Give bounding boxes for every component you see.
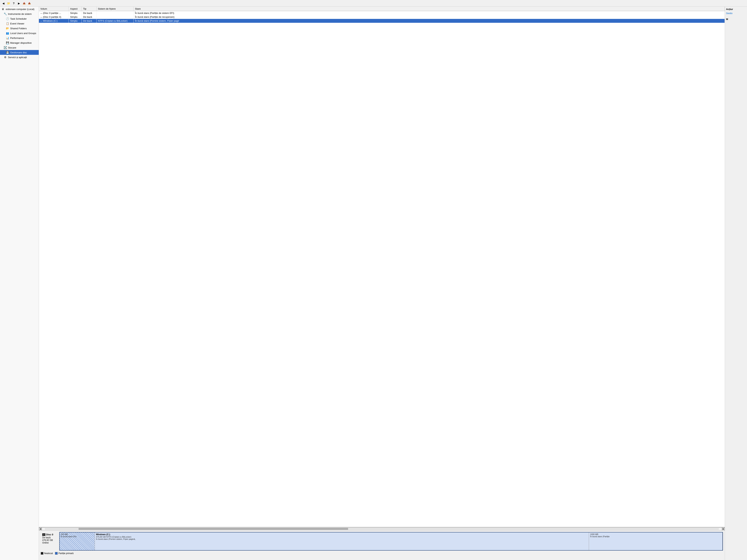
disk-visual-area: — Disc 0 De bază 476,92 GB Online 260 MB… xyxy=(39,530,725,560)
sidebar-label-shared-folders: Shared Folders xyxy=(10,27,27,30)
sidebar-item-services[interactable]: ⚙Servicii și aplicații xyxy=(0,55,39,60)
toolbar: ◀ 📁 ? ▶ 📤 📥 xyxy=(0,0,747,7)
disk-table-area: Volum Aspect Tip Sistem de fișiere Stare… xyxy=(39,7,725,527)
scroll-right-arrow[interactable]: ▶ xyxy=(722,527,725,530)
sidebar-item-local-users[interactable]: 👥Local Users and Groups xyxy=(0,31,39,35)
cell-sistem-2: NTFS (Criptat cu BitLocker) xyxy=(96,19,133,23)
actions-title: Acțiur xyxy=(726,8,746,10)
cell-volum-1: —(Disc 0 partiție 4) xyxy=(39,15,69,19)
disk-table: Volum Aspect Tip Sistem de fișiere Stare… xyxy=(39,7,725,23)
part-name-part-windows: Windows (C:) xyxy=(96,533,588,536)
sidebar-label-performance: Performance xyxy=(10,37,24,39)
disk-row-disc0: — Disc 0 De bază 476,92 GB Online 260 MB… xyxy=(41,532,723,551)
actions-panel: Acțiur Gestio M xyxy=(725,7,747,560)
sidebar-icon-shared-folders: 📂 xyxy=(5,26,9,30)
partition-part-efi[interactable]: 260 MB În bună stare (Pa xyxy=(60,532,95,550)
cell-sistem-1 xyxy=(96,15,133,19)
legend-primary-label: Partiție primară xyxy=(58,552,73,555)
col-sistem[interactable]: Sistem de fișiere xyxy=(96,7,133,11)
main-container: 🖥estionare computer (Local)🔧Instrumente … xyxy=(0,7,747,560)
sidebar-icon-performance: 📊 xyxy=(5,36,9,40)
disk-legend: Nealocat Partiție primară xyxy=(39,551,725,555)
disk-bar-disc0: 260 MB În bună stare (Pa Windows (C:) 47… xyxy=(59,532,723,551)
part-size-part-efi: 260 MB xyxy=(61,533,94,535)
cell-aspect-0: Simplu xyxy=(69,11,81,15)
legend-unallocated-box xyxy=(41,552,43,555)
horizontal-scrollbar[interactable]: ◀ ▶ xyxy=(39,527,725,530)
cell-volum-2: —Windows (C:) xyxy=(39,19,69,23)
part-status-part-efi: În bună stare (Pa xyxy=(61,535,94,538)
sidebar-item-task-scheduler[interactable]: 🕐Task Scheduler xyxy=(0,16,39,21)
table-row[interactable]: —(Disc 0 partiție ...SimpluDe bazăÎn bun… xyxy=(39,11,725,15)
sidebar-icon-computer: 🖥 xyxy=(1,7,5,11)
sidebar-label-event-viewer: Event Viewer xyxy=(10,22,24,25)
import-button[interactable]: 📥 xyxy=(27,1,31,5)
sidebar-label-stocare: Stocare xyxy=(8,46,16,49)
disk-label-disc0: — Disc 0 De bază 476,92 GB Online xyxy=(41,532,59,551)
export-button[interactable]: 📤 xyxy=(22,1,26,5)
sidebar-icon-gestionare-disc: 💾 xyxy=(5,51,9,54)
col-aspect[interactable]: Aspect xyxy=(69,7,81,11)
content-area: Volum Aspect Tip Sistem de fișiere Stare… xyxy=(39,7,725,560)
sidebar-icon-task-scheduler: 🕐 xyxy=(5,17,9,21)
disk-name-disc0: — Disc 0 xyxy=(42,533,58,536)
scroll-thumb[interactable] xyxy=(79,528,348,530)
actions-sub-title: M xyxy=(726,18,746,21)
help-button[interactable]: ? xyxy=(11,1,16,5)
sidebar-item-system-tools[interactable]: 🔧Instrumente de sistem xyxy=(0,11,39,16)
sidebar-item-device-manager[interactable]: 💾Manager dispozitive xyxy=(0,41,39,45)
sidebar-icon-device-manager: 💾 xyxy=(5,41,9,45)
sidebar-item-computer[interactable]: 🖥estionare computer (Local) xyxy=(0,7,39,11)
table-row[interactable]: —(Disc 0 partiție 4)SimpluDe bazăÎn bună… xyxy=(39,15,725,19)
sidebar-icon-event-viewer: 📋 xyxy=(5,22,9,25)
actions-gestio[interactable]: Gestio xyxy=(726,12,746,15)
sidebar-label-gestionare-disc: Gestionare disc xyxy=(10,51,27,54)
disk-type-disc0: De bază xyxy=(42,536,58,539)
col-volum[interactable]: Volum xyxy=(39,7,69,11)
sidebar-item-shared-folders[interactable]: 📂Shared Folders xyxy=(0,26,39,31)
sidebar-item-performance[interactable]: 📊Performance xyxy=(0,35,39,41)
cell-sistem-0 xyxy=(96,11,133,15)
sidebar-label-services: Servicii și aplicații xyxy=(8,56,27,59)
sidebar-item-gestionare-disc[interactable]: 💾Gestionare disc xyxy=(0,50,39,55)
legend-unallocated: Nealocat xyxy=(41,552,53,555)
sidebar-label-system-tools: Instrumente de sistem xyxy=(8,12,32,16)
legend-primary: Partiție primară xyxy=(55,552,73,555)
folder-button[interactable]: 📁 xyxy=(6,1,11,5)
play-button[interactable]: ▶ xyxy=(17,1,21,5)
part-size-part-windows: 475,69 GB NTFS (Criptat cu BitLocker) xyxy=(96,536,588,538)
cell-aspect-2: Simplu xyxy=(69,19,81,23)
sidebar-label-local-users: Local Users and Groups xyxy=(10,32,36,35)
scroll-left-arrow[interactable]: ◀ xyxy=(39,527,42,530)
cell-stare-0: În bună stare (Partiție de sistem EFI) xyxy=(133,11,725,15)
cell-tip-1: De bază xyxy=(81,15,96,19)
sidebar-label-task-scheduler: Task Scheduler xyxy=(10,18,27,20)
partition-part-recovery[interactable]: 1000 MB În bună stare (Partiție xyxy=(589,532,723,550)
partition-part-windows[interactable]: Windows (C:) 475,69 GB NTFS (Criptat cu … xyxy=(95,532,589,550)
cell-volum-0: —(Disc 0 partiție ... xyxy=(39,11,69,15)
part-status-part-recovery: În bună stare (Partiție xyxy=(590,535,721,538)
cell-stare-2: În bună stare (Pornire sistem, Fișier pa… xyxy=(133,19,725,23)
table-header-row: Volum Aspect Tip Sistem de fișiere Stare xyxy=(39,7,725,11)
sidebar-icon-services: ⚙ xyxy=(3,55,7,59)
disk-size-disc0: 476,92 GB xyxy=(42,539,58,541)
col-stare[interactable]: Stare xyxy=(133,7,725,11)
sidebar-icon-stocare: 💽 xyxy=(3,46,7,49)
col-tip[interactable]: Tip xyxy=(81,7,96,11)
sidebar-label-computer: estionare computer (Local) xyxy=(6,8,34,10)
legend-primary-box xyxy=(55,552,58,555)
part-size-part-recovery: 1000 MB xyxy=(590,533,721,535)
sidebar: 🖥estionare computer (Local)🔧Instrumente … xyxy=(0,7,39,560)
disk-rows: — Disc 0 De bază 476,92 GB Online 260 MB… xyxy=(39,531,725,551)
cell-tip-0: De bază xyxy=(81,11,96,15)
scroll-track[interactable] xyxy=(45,528,719,530)
disk-icon-disc0: — xyxy=(42,533,45,536)
back-button[interactable]: ◀ xyxy=(1,1,5,5)
cell-stare-1: În bună stare (Partiție de recuperare) xyxy=(133,15,725,19)
sidebar-item-event-viewer[interactable]: 📋Event Viewer xyxy=(0,21,39,26)
part-status-part-windows: În bună stare (Pornire sistem, Fișier pa… xyxy=(96,538,588,540)
sidebar-item-stocare[interactable]: 💽Stocare xyxy=(0,45,39,50)
cell-tip-2: De bază xyxy=(81,19,96,23)
table-row[interactable]: —Windows (C:)SimpluDe bazăNTFS (Criptat … xyxy=(39,19,725,23)
sidebar-icon-local-users: 👥 xyxy=(5,31,9,35)
